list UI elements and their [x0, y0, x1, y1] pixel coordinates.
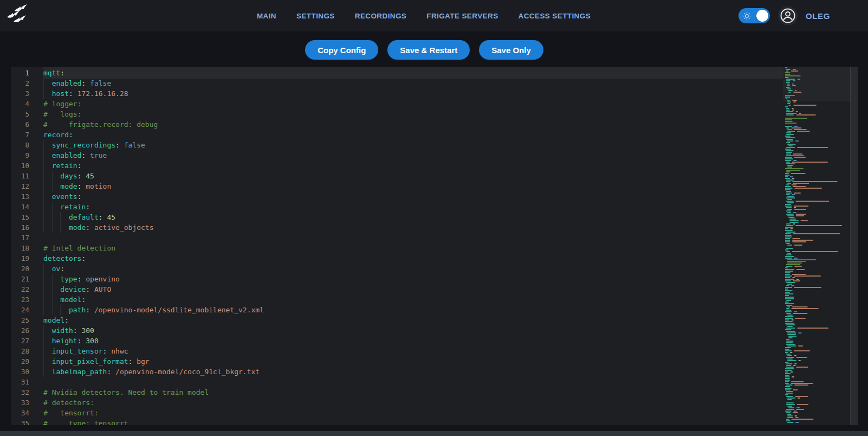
indent-guide	[43, 294, 44, 305]
nav-link-main[interactable]: MAIN	[257, 12, 276, 20]
editor-line: 34# tensorrt:	[11, 408, 783, 418]
line-content: # type: tensorrt	[43, 418, 783, 425]
line-number: 9	[11, 150, 43, 161]
indent-guide	[52, 284, 53, 294]
minimap-canvas	[783, 67, 851, 425]
line-content: input_tensor: nhwc	[43, 346, 783, 356]
editor-line: 3 host: 172.16.16.28	[11, 88, 783, 99]
line-number: 24	[11, 305, 43, 315]
line-content: host: 172.16.16.28	[43, 88, 783, 99]
line-number: 3	[11, 88, 43, 99]
indent-guide	[52, 294, 53, 305]
editor-vertical-scrollbar[interactable]	[850, 67, 858, 425]
username-label[interactable]: OLEG	[806, 11, 830, 21]
indent-guide	[52, 305, 53, 315]
line-content: input_pixel_format: bgr	[43, 356, 783, 367]
indent-guide	[43, 202, 44, 212]
indent-guide	[43, 274, 44, 284]
indent-guide	[43, 264, 44, 274]
line-number: 1	[11, 68, 43, 78]
editor-line: 21 type: openvino	[11, 274, 783, 284]
line-number: 29	[11, 356, 43, 367]
line-number: 23	[11, 294, 43, 305]
indent-guide	[43, 305, 44, 315]
indent-guide	[52, 202, 53, 212]
indent-guide	[43, 284, 44, 294]
indent-guide	[52, 171, 53, 181]
copy-config-button[interactable]: Copy Config	[305, 40, 378, 60]
editor-line: 31	[11, 377, 783, 387]
line-content: # frigate.record: debug	[43, 119, 783, 130]
minimap[interactable]	[783, 67, 851, 425]
indent-guide	[43, 78, 44, 88]
top-nav-bar: MAINSETTINGSRECORDINGSFRIGATE SERVERSACC…	[0, 0, 868, 31]
line-content: # Nvidia detectors. Need to train model	[43, 387, 783, 397]
nav-link-frigate-servers[interactable]: FRIGATE SERVERS	[426, 12, 498, 20]
theme-toggle[interactable]	[739, 8, 770, 23]
line-content: sync_recordings: false	[43, 140, 783, 150]
line-content: device: AUTO	[43, 284, 783, 294]
line-content: enabled: false	[43, 78, 783, 88]
editor-line: 6# frigate.record: debug	[11, 119, 783, 130]
line-number: 27	[11, 336, 43, 346]
line-number: 30	[11, 367, 43, 377]
indent-guide	[52, 212, 53, 222]
editor-line: 19detectors:	[11, 253, 783, 264]
line-number: 5	[11, 109, 43, 119]
config-toolbar: Copy ConfigSave & RestartSave Only	[0, 40, 858, 60]
editor-line: 27 height: 300	[11, 336, 783, 346]
line-content: # Intel detection	[43, 243, 783, 253]
indent-guide	[60, 222, 61, 233]
nav-link-recordings[interactable]: RECORDINGS	[355, 12, 407, 20]
line-content: width: 300	[43, 325, 783, 336]
user-avatar[interactable]	[778, 6, 798, 25]
indent-guide	[52, 274, 53, 284]
nav-link-settings[interactable]: SETTINGS	[296, 12, 335, 20]
line-number: 7	[11, 130, 43, 140]
line-number: 18	[11, 243, 43, 253]
indent-guide	[43, 150, 44, 161]
line-number: 6	[11, 119, 43, 130]
indent-guide	[52, 181, 53, 191]
minimap-slider[interactable]	[783, 67, 851, 101]
header-right-controls: OLEG	[739, 0, 830, 31]
line-content: ov:	[43, 264, 783, 274]
line-number: 8	[11, 140, 43, 150]
frigate-logo-icon[interactable]	[7, 4, 35, 29]
editor-line: 7record:	[11, 130, 783, 140]
line-number: 12	[11, 181, 43, 191]
line-content: labelmap_path: /openvino-model/coco_91cl…	[43, 367, 783, 377]
line-content: record:	[43, 130, 783, 140]
editor-line: 23 model:	[11, 294, 783, 305]
nav-link-access-settings[interactable]: ACCESS SETTINGS	[519, 12, 591, 20]
save-only-button[interactable]: Save Only	[479, 40, 543, 60]
indent-guide	[43, 212, 44, 222]
toggle-knob	[756, 10, 768, 22]
indent-guide	[52, 222, 53, 233]
line-number: 26	[11, 325, 43, 336]
line-number: 25	[11, 315, 43, 325]
line-number: 14	[11, 202, 43, 212]
line-content: mode: motion	[43, 181, 783, 191]
line-number: 22	[11, 284, 43, 294]
page-horizontal-scrollbar[interactable]	[0, 431, 868, 436]
line-content: events:	[43, 191, 783, 202]
save-restart-button[interactable]: Save & Restart	[387, 40, 470, 60]
line-number: 13	[11, 191, 43, 202]
line-content: model:	[43, 315, 783, 325]
nav-links: MAINSETTINGSRECORDINGSFRIGATE SERVERSACC…	[257, 0, 591, 31]
line-content: enabled: true	[43, 150, 783, 161]
indent-guide	[43, 222, 44, 233]
indent-guide	[43, 88, 44, 99]
line-number: 4	[11, 99, 43, 109]
indent-guide	[43, 140, 44, 150]
line-number: 34	[11, 408, 43, 418]
editor-code-area[interactable]: 1mqtt:2 enabled: false3 host: 172.16.16.…	[11, 67, 783, 425]
line-content: detectors:	[43, 253, 783, 264]
editor-line: 15 default: 45	[11, 212, 783, 222]
avatar-icon	[780, 8, 796, 24]
line-number: 2	[11, 78, 43, 88]
editor-line: 11 days: 45	[11, 171, 783, 181]
editor-line: 32# Nvidia detectors. Need to train mode…	[11, 387, 783, 397]
indent-guide	[43, 191, 44, 202]
